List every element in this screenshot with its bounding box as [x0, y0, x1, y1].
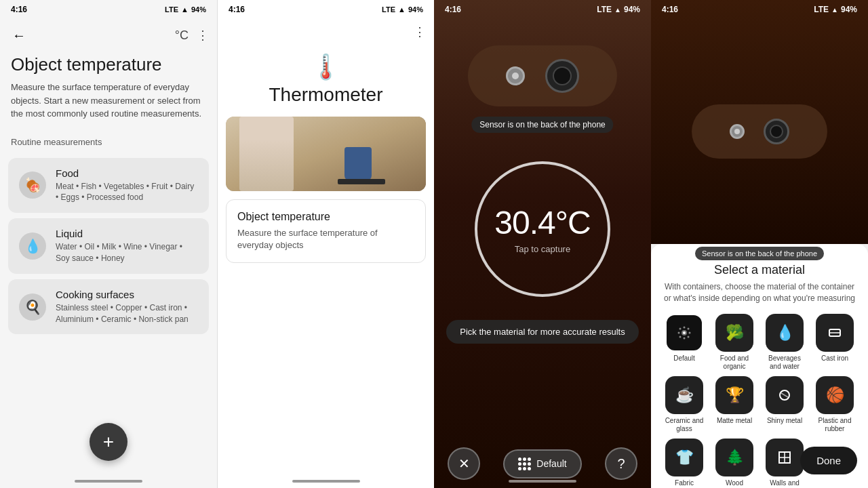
panel-temperature-reading: 4:16 LTE ▲ 94% Sensor is on the back of … — [434, 0, 651, 488]
material-item-wood[interactable]: 🌲 Wood — [712, 439, 757, 488]
temperature-reading: 30.4°C — [494, 204, 590, 241]
signal-4: LTE — [814, 5, 829, 14]
status-bar-4: 4:16 LTE ▲ 94% — [651, 0, 868, 19]
svg-point-6 — [684, 326, 686, 328]
beverages-icon: 💧 — [766, 314, 804, 352]
pick-material-toast: Pick the material for more accurate resu… — [446, 320, 638, 344]
material-item-beverages[interactable]: 💧 Beverages and water — [762, 314, 807, 371]
panel4-camera-lens-inner — [770, 125, 783, 138]
material-item-ceramic[interactable]: ☕ Ceramic and glass — [662, 376, 707, 433]
material-item-default[interactable]: Default — [662, 314, 707, 371]
signal-2: LTE — [382, 5, 395, 14]
object-temp-card[interactable]: Object temperature Measure the surface t… — [226, 199, 426, 263]
svg-point-3 — [688, 327, 690, 329]
nav-bar-indicator-2 — [292, 480, 360, 483]
beverages-label: Beverages and water — [762, 354, 807, 371]
material-sheet: Select a material With containers, choos… — [651, 244, 868, 488]
status-icons-2: LTE ▲ 94% — [382, 5, 423, 14]
page-title: Object temperature — [0, 52, 217, 81]
material-desc: With containers, choose the material of … — [662, 281, 857, 304]
help-button[interactable]: ? — [605, 447, 637, 480]
default-material-button[interactable]: Default — [503, 449, 581, 479]
battery-icon-2: ▲ — [398, 5, 406, 14]
time-1: 4:16 — [11, 5, 27, 14]
panel1-header: ← °C ⋮ — [0, 19, 217, 52]
battery-3: 94% — [624, 5, 640, 14]
cast-iron-label: Cast iron — [821, 354, 848, 363]
panel4-sensor-tooltip: Sensor is on the back of the phone — [695, 247, 824, 260]
panel4-sensor-dot-inner — [734, 129, 740, 134]
fabric-icon: 👕 — [665, 439, 703, 476]
panel2-header: ⋮ — [218, 19, 434, 45]
walls-label: Walls and windows — [762, 479, 807, 488]
status-bar-3: 4:16 LTE ▲ 94% — [434, 0, 651, 19]
matte-metal-label: Matte metal — [717, 417, 752, 425]
material-item-shiny-metal[interactable]: Shiny metal — [762, 376, 807, 433]
panel4-camera-area: Sensor is on the back of the phone — [651, 19, 868, 244]
material-item-matte-metal[interactable]: 🏆 Matte metal — [712, 376, 757, 433]
svg-point-9 — [689, 331, 691, 333]
panel4-sensor-dot — [730, 124, 745, 139]
signal-1: LTE — [165, 5, 178, 14]
camera-lens — [545, 59, 579, 93]
shiny-metal-icon — [766, 376, 804, 414]
svg-point-5 — [688, 336, 690, 338]
cooking-desc: Stainless steel • Copper • Cast iron • A… — [56, 302, 198, 325]
liquid-icon: 💧 — [19, 232, 46, 260]
material-item-cast-iron[interactable]: Cast iron — [812, 314, 857, 371]
grid-icon — [518, 458, 531, 470]
walls-icon — [766, 439, 804, 476]
more-options-button-2[interactable]: ⋮ — [414, 24, 426, 39]
camera-pill — [468, 45, 617, 106]
matte-metal-icon: 🏆 — [715, 376, 753, 414]
battery-icon-1: ▲ — [181, 5, 189, 14]
svg-point-2 — [679, 327, 682, 329]
battery-1: 94% — [191, 5, 206, 14]
material-item-plastic[interactable]: 🏀 Plastic and rubber — [812, 376, 857, 433]
nav-bar-indicator-3 — [509, 480, 576, 483]
liquid-desc: Water • Oil • Milk • Wine • Vinegar • So… — [56, 241, 198, 264]
sensor-dot-inner — [512, 73, 519, 79]
back-button[interactable]: ← — [8, 24, 30, 46]
panel-thermometer: 4:16 LTE ▲ 94% ⋮ 🌡️ Thermometer Object t… — [217, 0, 434, 488]
svg-point-1 — [683, 331, 686, 334]
fabric-label: Fabric — [675, 479, 694, 487]
food-organic-icon: 🥦 — [715, 314, 753, 352]
plastic-icon: 🏀 — [816, 376, 854, 414]
measurement-card-food[interactable]: 🍖 Food Meat • Fish • Vegetables • Fruit … — [8, 158, 209, 214]
card-title: Object temperature — [237, 211, 414, 223]
temperature-circle[interactable]: 30.4°C Tap to capture — [475, 161, 610, 297]
panel4-top: 4:16 LTE ▲ 94% Sensor is on the back of … — [651, 0, 868, 244]
more-options-button[interactable]: ⋮ — [197, 28, 209, 43]
panel4-camera-lens — [764, 119, 789, 144]
time-4: 4:16 — [662, 5, 678, 14]
close-button[interactable]: ✕ — [448, 447, 480, 480]
card-desc: Measure the surface temperature of every… — [237, 227, 414, 251]
temp-unit-button[interactable]: °C — [175, 28, 189, 43]
sensor-dot — [506, 66, 525, 85]
measurement-card-liquid[interactable]: 💧 Liquid Water • Oil • Milk • Wine • Vin… — [8, 218, 209, 274]
ceramic-icon: ☕ — [665, 376, 703, 414]
page-description: Measure the surface temperature of every… — [0, 81, 217, 131]
default-label: Default — [536, 458, 566, 469]
default-label: Default — [673, 354, 695, 363]
add-measurement-fab[interactable]: + — [90, 423, 127, 461]
food-icon: 🍖 — [19, 171, 46, 199]
thermometer-icon: 🌡️ — [218, 45, 434, 84]
measurement-card-cooking[interactable]: 🍳 Cooking surfaces Stainless steel • Cop… — [8, 279, 209, 335]
cooking-icon: 🍳 — [19, 293, 46, 321]
ceramic-label: Ceramic and glass — [662, 417, 707, 433]
done-button[interactable]: Done — [800, 447, 857, 474]
material-item-fabric[interactable]: 👕 Fabric — [662, 439, 707, 488]
svg-point-8 — [678, 331, 680, 333]
wood-icon: 🌲 — [715, 439, 753, 476]
time-2: 4:16 — [229, 5, 245, 14]
header-icons: °C ⋮ — [175, 28, 209, 43]
food-organic-label: Food and organic — [712, 354, 757, 371]
material-item-food[interactable]: 🥦 Food and organic — [712, 314, 757, 371]
camera-lens-inner — [553, 66, 572, 85]
cooking-title: Cooking surfaces — [56, 289, 198, 300]
routine-label: Routine measurements — [0, 131, 217, 155]
thermo-hero-image — [226, 117, 426, 191]
default-icon — [665, 314, 703, 352]
